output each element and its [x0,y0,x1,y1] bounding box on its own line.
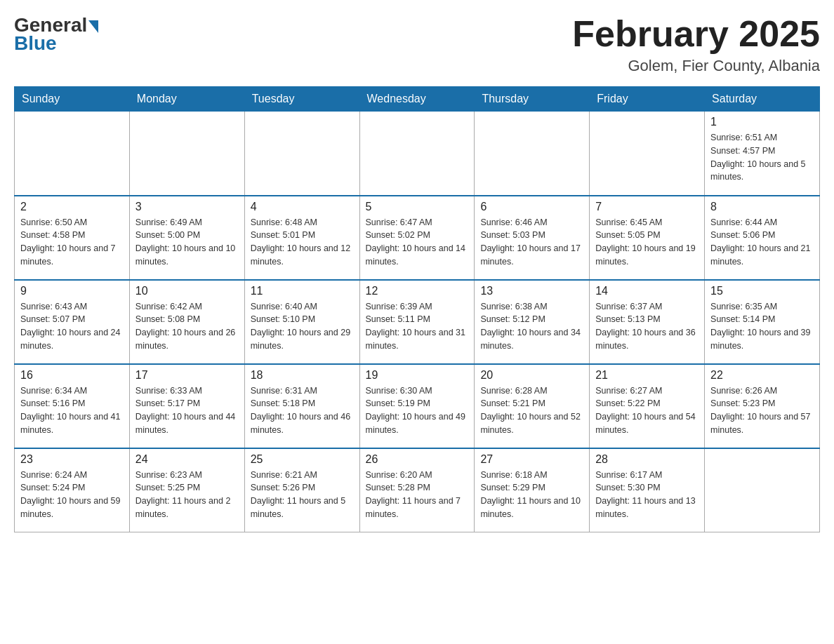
day-info: Sunrise: 6:47 AM Sunset: 5:02 PM Dayligh… [366,216,469,269]
day-number: 14 [595,285,699,297]
table-row: 7Sunrise: 6:45 AM Sunset: 5:05 PM Daylig… [590,196,705,280]
day-info: Sunrise: 6:30 AM Sunset: 5:19 PM Dayligh… [366,384,469,437]
table-row [475,112,590,196]
day-number: 24 [135,453,239,466]
calendar-subtitle: Golem, Fier County, Albania [572,57,820,75]
day-info: Sunrise: 6:45 AM Sunset: 5:05 PM Dayligh… [595,216,699,269]
day-number: 1 [710,116,814,128]
table-row: 6Sunrise: 6:46 AM Sunset: 5:03 PM Daylig… [475,196,590,280]
calendar-row: 9Sunrise: 6:43 AM Sunset: 5:07 PM Daylig… [15,280,820,364]
table-row [705,448,820,532]
day-number: 4 [251,201,354,213]
table-row: 9Sunrise: 6:43 AM Sunset: 5:07 PM Daylig… [15,280,130,364]
logo-blue-text: Blue [14,32,57,55]
logo: General Blue [14,14,98,55]
header-sunday: Sunday [15,87,130,112]
table-row: 13Sunrise: 6:38 AM Sunset: 5:12 PM Dayli… [475,280,590,364]
table-row [590,112,705,196]
day-info: Sunrise: 6:51 AM Sunset: 4:57 PM Dayligh… [710,131,814,184]
day-info: Sunrise: 6:38 AM Sunset: 5:12 PM Dayligh… [480,300,583,353]
table-row: 3Sunrise: 6:49 AM Sunset: 5:00 PM Daylig… [129,196,244,280]
day-info: Sunrise: 6:44 AM Sunset: 5:06 PM Dayligh… [710,216,814,269]
day-info: Sunrise: 6:50 AM Sunset: 4:58 PM Dayligh… [20,216,124,269]
table-row: 16Sunrise: 6:34 AM Sunset: 5:16 PM Dayli… [15,364,130,448]
day-info: Sunrise: 6:35 AM Sunset: 5:14 PM Dayligh… [710,300,814,353]
day-number: 12 [366,285,469,297]
day-number: 27 [480,453,583,466]
table-row: 12Sunrise: 6:39 AM Sunset: 5:11 PM Dayli… [359,280,475,364]
table-row: 24Sunrise: 6:23 AM Sunset: 5:25 PM Dayli… [129,448,244,532]
day-info: Sunrise: 6:31 AM Sunset: 5:18 PM Dayligh… [251,384,354,437]
header-saturday: Saturday [705,87,820,112]
day-number: 18 [251,369,354,382]
day-number: 19 [366,369,469,382]
day-info: Sunrise: 6:48 AM Sunset: 5:01 PM Dayligh… [251,216,354,269]
day-number: 26 [366,453,469,466]
header-wednesday: Wednesday [359,87,475,112]
table-row: 10Sunrise: 6:42 AM Sunset: 5:08 PM Dayli… [129,280,244,364]
header-monday: Monday [129,87,244,112]
day-info: Sunrise: 6:18 AM Sunset: 5:29 PM Dayligh… [480,469,583,521]
table-row: 4Sunrise: 6:48 AM Sunset: 5:01 PM Daylig… [244,196,359,280]
table-row: 19Sunrise: 6:30 AM Sunset: 5:19 PM Dayli… [359,364,475,448]
title-block: February 2025 Golem, Fier County, Albani… [572,14,820,75]
day-number: 9 [20,285,124,297]
day-info: Sunrise: 6:23 AM Sunset: 5:25 PM Dayligh… [135,469,239,521]
calendar-table: Sunday Monday Tuesday Wednesday Thursday… [14,86,820,532]
table-row: 22Sunrise: 6:26 AM Sunset: 5:23 PM Dayli… [705,364,820,448]
calendar-header-row: Sunday Monday Tuesday Wednesday Thursday… [15,87,820,112]
day-info: Sunrise: 6:34 AM Sunset: 5:16 PM Dayligh… [20,384,124,437]
table-row: 21Sunrise: 6:27 AM Sunset: 5:22 PM Dayli… [590,364,705,448]
table-row: 1Sunrise: 6:51 AM Sunset: 4:57 PM Daylig… [705,112,820,196]
day-info: Sunrise: 6:42 AM Sunset: 5:08 PM Dayligh… [135,300,239,353]
day-number: 16 [20,369,124,382]
table-row: 27Sunrise: 6:18 AM Sunset: 5:29 PM Dayli… [475,448,590,532]
day-number: 25 [251,453,354,466]
table-row: 26Sunrise: 6:20 AM Sunset: 5:28 PM Dayli… [359,448,475,532]
table-row: 17Sunrise: 6:33 AM Sunset: 5:17 PM Dayli… [129,364,244,448]
day-number: 20 [480,369,583,382]
day-number: 5 [366,201,469,213]
table-row [15,112,130,196]
table-row: 5Sunrise: 6:47 AM Sunset: 5:02 PM Daylig… [359,196,475,280]
table-row: 23Sunrise: 6:24 AM Sunset: 5:24 PM Dayli… [15,448,130,532]
page-header: General Blue February 2025 Golem, Fier C… [14,14,820,75]
table-row [244,112,359,196]
day-number: 6 [480,201,583,213]
day-number: 22 [710,369,814,382]
table-row: 14Sunrise: 6:37 AM Sunset: 5:13 PM Dayli… [590,280,705,364]
day-number: 23 [20,453,124,466]
day-number: 7 [595,201,699,213]
calendar-row: 16Sunrise: 6:34 AM Sunset: 5:16 PM Dayli… [15,364,820,448]
day-info: Sunrise: 6:43 AM Sunset: 5:07 PM Dayligh… [20,300,124,353]
table-row: 28Sunrise: 6:17 AM Sunset: 5:30 PM Dayli… [590,448,705,532]
calendar-row: 23Sunrise: 6:24 AM Sunset: 5:24 PM Dayli… [15,448,820,532]
day-info: Sunrise: 6:17 AM Sunset: 5:30 PM Dayligh… [595,469,699,521]
day-info: Sunrise: 6:33 AM Sunset: 5:17 PM Dayligh… [135,384,239,437]
table-row: 11Sunrise: 6:40 AM Sunset: 5:10 PM Dayli… [244,280,359,364]
day-info: Sunrise: 6:28 AM Sunset: 5:21 PM Dayligh… [480,384,583,437]
day-number: 28 [595,453,699,466]
header-tuesday: Tuesday [244,87,359,112]
day-number: 8 [710,201,814,213]
day-number: 10 [135,285,239,297]
day-number: 2 [20,201,124,213]
day-number: 15 [710,285,814,297]
header-friday: Friday [590,87,705,112]
table-row [359,112,475,196]
day-number: 21 [595,369,699,382]
header-thursday: Thursday [475,87,590,112]
table-row: 15Sunrise: 6:35 AM Sunset: 5:14 PM Dayli… [705,280,820,364]
table-row: 2Sunrise: 6:50 AM Sunset: 4:58 PM Daylig… [15,196,130,280]
day-info: Sunrise: 6:20 AM Sunset: 5:28 PM Dayligh… [366,469,469,521]
table-row: 18Sunrise: 6:31 AM Sunset: 5:18 PM Dayli… [244,364,359,448]
day-info: Sunrise: 6:27 AM Sunset: 5:22 PM Dayligh… [595,384,699,437]
logo-arrow-icon [88,20,98,33]
day-info: Sunrise: 6:37 AM Sunset: 5:13 PM Dayligh… [595,300,699,353]
day-info: Sunrise: 6:39 AM Sunset: 5:11 PM Dayligh… [366,300,469,353]
day-info: Sunrise: 6:26 AM Sunset: 5:23 PM Dayligh… [710,384,814,437]
day-info: Sunrise: 6:21 AM Sunset: 5:26 PM Dayligh… [251,469,354,521]
table-row: 20Sunrise: 6:28 AM Sunset: 5:21 PM Dayli… [475,364,590,448]
day-info: Sunrise: 6:46 AM Sunset: 5:03 PM Dayligh… [480,216,583,269]
calendar-row: 2Sunrise: 6:50 AM Sunset: 4:58 PM Daylig… [15,196,820,280]
